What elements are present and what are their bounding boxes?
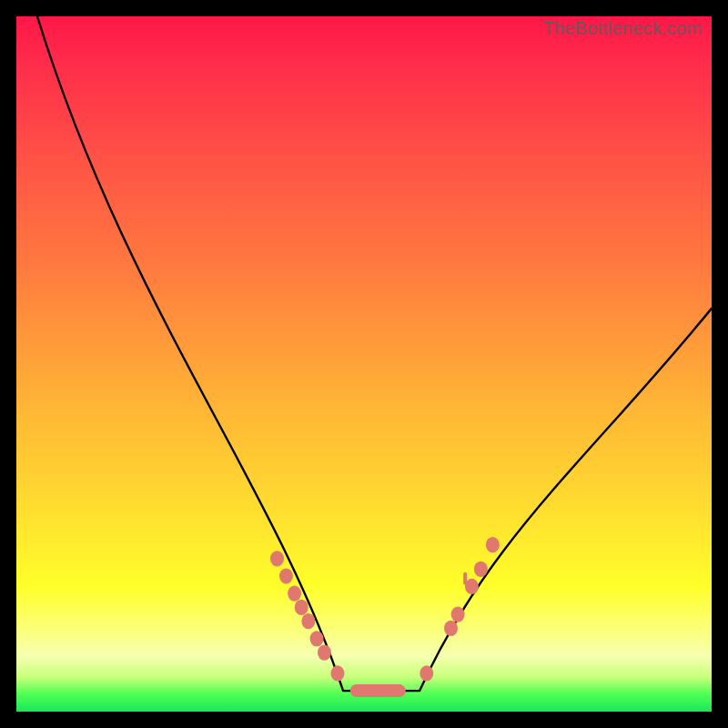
chart-plot-area: TheBottleneck.com [16, 16, 712, 712]
svg-point-3 [295, 600, 308, 615]
svg-rect-14 [350, 684, 406, 697]
chart-frame: TheBottleneck.com [0, 0, 728, 728]
svg-point-2 [288, 585, 301, 601]
curve-markers [270, 537, 500, 697]
svg-point-11 [465, 579, 479, 594]
svg-point-9 [444, 621, 458, 636]
svg-point-0 [270, 551, 284, 566]
svg-point-13 [486, 537, 500, 552]
svg-point-12 [474, 561, 488, 577]
watermark-text: TheBottleneck.com [543, 18, 703, 39]
svg-point-7 [330, 665, 344, 681]
svg-point-5 [310, 631, 324, 646]
curve-line [37, 16, 712, 691]
bottleneck-curve [16, 16, 712, 712]
svg-point-4 [301, 613, 315, 629]
svg-point-1 [279, 568, 293, 583]
svg-point-10 [451, 606, 465, 622]
svg-rect-15 [463, 572, 467, 585]
svg-point-8 [420, 665, 433, 681]
svg-point-6 [318, 644, 331, 660]
